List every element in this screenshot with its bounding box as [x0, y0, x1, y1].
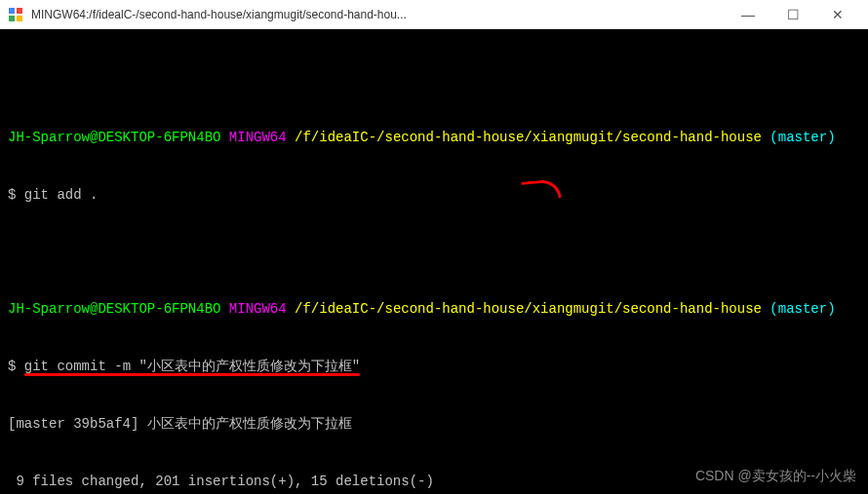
- output-line-1: [master 39b5af4] 小区表中的产权性质修改为下拉框: [8, 415, 860, 435]
- path-label: /f/ideaIC-/second-hand-house/xiangmugit/…: [295, 301, 762, 317]
- prompt-symbol: $: [8, 187, 16, 203]
- close-button[interactable]: ✕: [815, 0, 860, 29]
- command-line-1: $ git add .: [8, 186, 860, 206]
- command-text-highlighted: git commit -m "小区表中的产权性质修改为下拉框": [24, 359, 360, 374]
- svg-rect-3: [17, 16, 22, 21]
- titlebar: MINGW64:/f/idealC-/second-hand-house/xia…: [0, 0, 868, 29]
- annotation-curve: [521, 178, 562, 201]
- user-host: JH-Sparrow@DESKTOP-6FPN4BO: [8, 130, 220, 145]
- env-label: MINGW64: [229, 301, 287, 317]
- user-host: JH-Sparrow@DESKTOP-6FPN4BO: [8, 301, 220, 317]
- svg-rect-1: [17, 8, 22, 14]
- prompt-line-2: JH-Sparrow@DESKTOP-6FPN4BO MINGW64 /f/id…: [8, 300, 860, 320]
- svg-rect-0: [9, 8, 15, 14]
- prompt-line-1: JH-Sparrow@DESKTOP-6FPN4BO MINGW64 /f/id…: [8, 129, 860, 148]
- maximize-button[interactable]: ☐: [770, 0, 815, 29]
- svg-rect-2: [9, 16, 15, 21]
- app-icon: [8, 7, 23, 22]
- env-label: MINGW64: [229, 130, 287, 145]
- window-title: MINGW64:/f/idealC-/second-hand-house/xia…: [31, 8, 726, 21]
- branch-label: (master): [769, 130, 835, 145]
- watermark: CSDN @卖女孩的--小火柴: [695, 467, 856, 486]
- command-line-2: $ git commit -m "小区表中的产权性质修改为下拉框": [8, 358, 860, 377]
- command-text: git add .: [24, 187, 99, 203]
- prompt-symbol: $: [8, 359, 16, 374]
- branch-label: (master): [769, 301, 835, 317]
- minimize-button[interactable]: —: [726, 0, 770, 29]
- window-controls: — ☐ ✕: [726, 0, 860, 29]
- path-label: /f/ideaIC-/second-hand-house/xiangmugit/…: [295, 130, 762, 145]
- terminal[interactable]: JH-Sparrow@DESKTOP-6FPN4BO MINGW64 /f/id…: [0, 29, 868, 494]
